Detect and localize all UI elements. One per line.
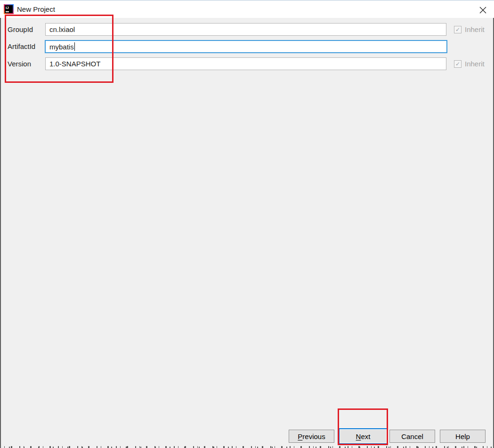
groupid-input[interactable]: cn.lxiaol xyxy=(45,23,446,36)
inherit-checkbox-groupid[interactable]: ✓ xyxy=(454,26,462,33)
dialog-title: New Project xyxy=(17,0,55,18)
next-button[interactable]: Next xyxy=(340,430,386,443)
inherit-group-groupid: ✓ Inherit xyxy=(454,23,485,36)
new-project-dialog: IJ New Project GroupId cn.lxiaol ✓ Inher… xyxy=(0,0,494,448)
title-bar: IJ New Project xyxy=(0,0,494,18)
artifactid-input[interactable]: mybatis xyxy=(45,40,447,53)
window-left-edge xyxy=(0,18,1,448)
text-caret xyxy=(74,42,75,51)
groupid-label: GroupId xyxy=(8,23,33,36)
close-icon xyxy=(479,7,486,14)
cancel-button[interactable]: Cancel xyxy=(389,430,435,443)
version-input[interactable]: 1.0-SNAPSHOT xyxy=(45,57,446,70)
inherit-checkbox-version[interactable]: ✓ xyxy=(454,60,462,68)
background-window-artifacts xyxy=(0,446,494,448)
inherit-group-version: ✓ Inherit xyxy=(454,57,485,70)
artifactid-label: ArtifactId xyxy=(8,40,35,53)
groupid-value: cn.lxiaol xyxy=(49,25,75,33)
next-button-focus-ring: Next xyxy=(339,428,388,444)
help-button[interactable]: Help xyxy=(440,430,486,443)
intellij-logo-icon: IJ xyxy=(4,4,14,14)
inherit-label-version: Inherit xyxy=(465,60,485,68)
checkmark-icon: ✓ xyxy=(455,61,460,67)
inherit-label-groupid: Inherit xyxy=(465,25,485,33)
intellij-logo-text: IJ xyxy=(6,6,9,10)
version-value: 1.0-SNAPSHOT xyxy=(49,60,100,68)
artifactid-value: mybatis xyxy=(49,43,74,51)
version-label: Version xyxy=(8,57,31,70)
checkmark-icon: ✓ xyxy=(455,26,460,33)
close-button[interactable] xyxy=(476,4,489,16)
previous-button[interactable]: Previous xyxy=(289,430,334,443)
intellij-logo-bar xyxy=(6,11,9,12)
dialog-body: GroupId cn.lxiaol ✓ Inherit ArtifactId m… xyxy=(0,18,494,448)
